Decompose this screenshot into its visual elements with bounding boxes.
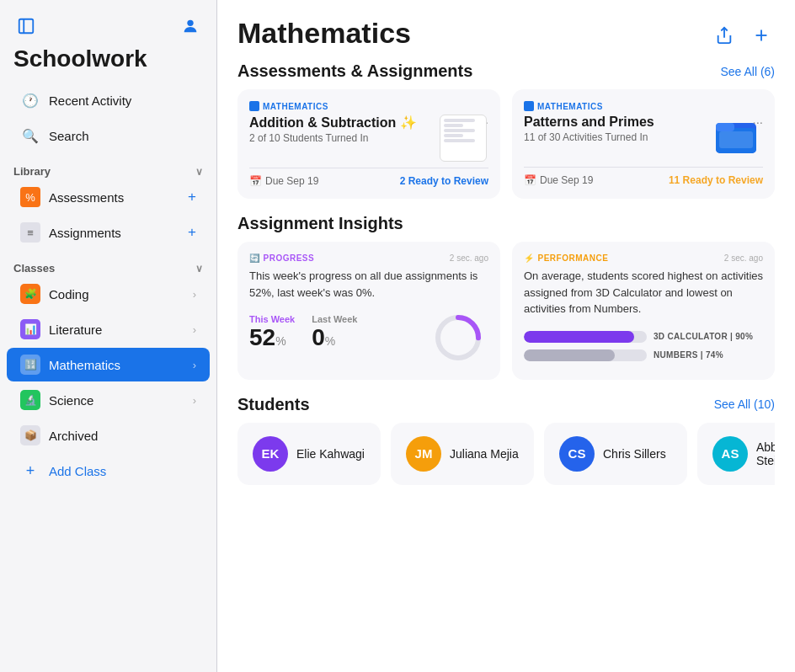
share-button[interactable] <box>711 22 738 49</box>
library-chevron-icon: ∨ <box>195 166 203 178</box>
coding-chevron-icon: › <box>193 288 196 301</box>
add-assessment-button[interactable]: + <box>188 189 196 205</box>
insight-card-performance: ⚡ PERFORMANCE 2 sec. ago On average, stu… <box>512 242 775 380</box>
main-header: Mathematics <box>237 17 775 50</box>
student-name-as: AbbiStein <box>756 440 775 467</box>
clock-icon: 🕐 <box>20 90 40 110</box>
classes-chevron-icon: ∨ <box>195 263 203 275</box>
assignments-icon: ≡ <box>20 222 40 243</box>
card-1-thumbnail <box>440 115 490 165</box>
svg-rect-9 <box>719 131 753 148</box>
add-assignment-button[interactable]: + <box>188 224 196 241</box>
student-name-jm: Juliana Mejia <box>450 447 519 461</box>
sidebar-top-bar <box>0 0 216 45</box>
performance-text: On average, students scored highest on a… <box>524 268 763 317</box>
students-section-header: Students See All (10) <box>237 395 775 414</box>
student-card-ek[interactable]: EK Elie Kahwagi <box>237 423 381 485</box>
card-tag-icon-1 <box>249 101 259 111</box>
card-tag-icon-2 <box>524 101 534 111</box>
assessments-section-header: Assessments & Assignments See All (6) <box>237 61 775 81</box>
mathematics-icon: 🔢 <box>20 355 40 375</box>
bar-label-1: 3D CALCULATOR | 90% <box>654 332 763 341</box>
main-content: Mathematics Assessments & Assignments Se… <box>217 0 795 672</box>
classes-section-label: Classes ∨ <box>0 257 216 276</box>
bar-row-1: 3D CALCULATOR | 90% <box>524 331 763 343</box>
add-class-icon: + <box>20 461 40 481</box>
profile-button[interactable] <box>178 13 203 39</box>
add-button[interactable] <box>748 22 775 49</box>
card-2-review-link[interactable]: 11 Ready to Review <box>669 174 763 186</box>
assignment-card-1[interactable]: MATHEMATICS Addition & Subtraction ✨ ♡ ·… <box>237 89 500 199</box>
progress-donut <box>433 312 483 366</box>
student-avatar-ek: EK <box>253 436 288 472</box>
sidebar-item-science[interactable]: 🔬 Science › <box>7 383 210 417</box>
assignment-card-2[interactable]: MATHEMATICS Patterns and Primes ··· 11 o… <box>512 89 775 199</box>
science-chevron-icon: › <box>193 394 196 407</box>
coding-icon: 🧩 <box>20 284 40 304</box>
calendar-icon-1: 📅 <box>249 175 262 187</box>
search-icon: 🔍 <box>20 125 40 146</box>
student-avatar-jm: JM <box>406 436 441 472</box>
sidebar-item-mathematics[interactable]: 🔢 Mathematics › <box>7 348 210 381</box>
card-2-due: 📅 Due Sep 19 <box>524 174 593 186</box>
insights-cards-row: 🔄 PROGRESS 2 sec. ago This week's progre… <box>237 242 775 380</box>
calendar-icon-2: 📅 <box>524 174 536 186</box>
performance-timestamp: 2 sec. ago <box>724 253 763 263</box>
student-name-cs: Chris Sillers <box>603 447 666 461</box>
app-title: Schoolwork <box>0 45 216 83</box>
sidebar-item-literature[interactable]: 📊 Literature › <box>7 312 210 346</box>
card-1-review-link[interactable]: 2 Ready to Review <box>400 175 488 187</box>
sidebar-item-assessments[interactable]: % Assessments + <box>7 180 210 214</box>
progress-text: This week's progress on all due assignme… <box>249 268 488 301</box>
student-avatar-as: AS <box>712 436 748 472</box>
card-1-footer: 📅 Due Sep 19 2 Ready to Review <box>249 168 488 187</box>
sidebar-toggle-button[interactable] <box>13 13 39 39</box>
student-name-ek: Elie Kahwagi <box>296 447 365 461</box>
literature-chevron-icon: › <box>193 323 196 336</box>
performance-bars: 3D CALCULATOR | 90% NUMBERS | 74% <box>524 331 763 361</box>
sidebar-item-archived[interactable]: 📦 Archived <box>7 419 210 452</box>
card-tag-2: MATHEMATICS <box>524 101 763 111</box>
sidebar-item-recent-activity[interactable]: 🕐 Recent Activity <box>7 83 210 117</box>
header-actions <box>711 22 775 49</box>
sidebar-item-search[interactable]: 🔍 Search <box>7 119 210 152</box>
progress-timestamp: 2 sec. ago <box>450 253 488 263</box>
student-card-jm[interactable]: JM Juliana Mejia <box>391 423 534 485</box>
progress-stats: This Week 52% Last Week 0% <box>249 314 488 351</box>
svg-point-2 <box>187 20 193 26</box>
add-class-button[interactable]: + Add Class <box>7 454 210 488</box>
bar-fill-1 <box>524 331 634 343</box>
insights-section-header: Assignment Insights <box>237 214 775 233</box>
science-icon: 🔬 <box>20 390 40 410</box>
progress-icon: 🔄 <box>249 253 260 263</box>
card-2-footer: 📅 Due Sep 19 11 Ready to Review <box>524 167 763 186</box>
page-title: Mathematics <box>237 17 411 50</box>
svg-rect-8 <box>716 123 734 131</box>
student-avatar-cs: CS <box>559 436 595 472</box>
performance-icon: ⚡ <box>524 253 535 263</box>
assignment-cards-row: MATHEMATICS Addition & Subtraction ✨ ♡ ·… <box>237 89 775 199</box>
sidebar: Schoolwork 🕐 Recent Activity 🔍 Search Li… <box>0 0 217 672</box>
bar-fill-2 <box>524 349 615 361</box>
svg-rect-0 <box>19 19 34 34</box>
bar-label-2: NUMBERS | 74% <box>654 350 763 360</box>
archived-icon: 📦 <box>20 425 40 445</box>
insight-card-progress: 🔄 PROGRESS 2 sec. ago This week's progre… <box>237 242 500 380</box>
assessments-icon: % <box>20 187 40 207</box>
sidebar-item-coding[interactable]: 🧩 Coding › <box>7 277 210 311</box>
card-1-due: 📅 Due Sep 19 <box>249 175 318 187</box>
students-row: EK Elie Kahwagi JM Juliana Mejia CS Chri… <box>237 423 775 485</box>
card-2-thumbnail <box>714 115 765 165</box>
bar-row-2: NUMBERS | 74% <box>524 349 763 361</box>
sidebar-item-assignments[interactable]: ≡ Assignments + <box>7 216 210 249</box>
see-all-assessments-link[interactable]: See All (6) <box>720 65 775 78</box>
student-card-cs[interactable]: CS Chris Sillers <box>544 423 687 485</box>
literature-icon: 📊 <box>20 319 40 339</box>
card-tag-1: MATHEMATICS <box>249 101 488 111</box>
mathematics-chevron-icon: › <box>193 359 196 371</box>
library-section-label: Library ∨ <box>0 160 216 179</box>
see-all-students-link[interactable]: See All (10) <box>714 397 775 411</box>
student-card-as[interactable]: AS AbbiStein <box>697 423 775 485</box>
